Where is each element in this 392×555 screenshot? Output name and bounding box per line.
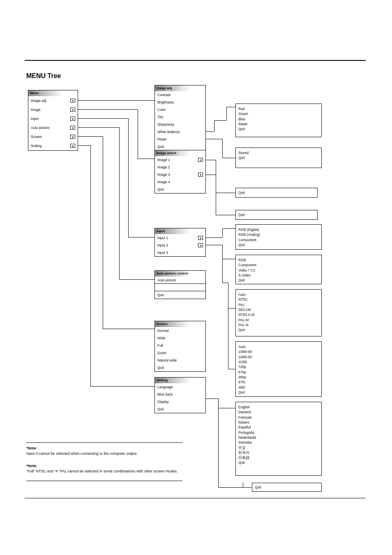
list-item[interactable]: Auto [238, 292, 319, 297]
list-item[interactable]: Blue [238, 117, 319, 122]
arrow-icon [70, 144, 75, 148]
list-item[interactable]: Quit [238, 278, 319, 283]
list-item[interactable]: Auto [238, 344, 319, 349]
menu-item[interactable]: Input 1 [157, 236, 168, 240]
list-item[interactable]: Italiano [238, 420, 319, 425]
menu-item[interactable]: Natural wide [157, 358, 177, 362]
list-item[interactable]: Stored [238, 150, 319, 155]
menu-item[interactable]: Tint [157, 115, 163, 119]
menu-item[interactable]: Image 2 [157, 165, 170, 169]
list-item[interactable]: Quit [238, 460, 319, 465]
list-item[interactable]: RGB [238, 258, 319, 263]
menu-item[interactable]: Contrast [157, 93, 171, 97]
list-item[interactable]: Quit [238, 127, 319, 131]
menu-item[interactable]: Auto picture [157, 278, 176, 282]
list-item[interactable]: 한국어 [238, 450, 319, 455]
list-item[interactable]: S-Video [238, 273, 319, 278]
list-item[interactable]: Red [238, 106, 319, 111]
arrow-icon [70, 99, 75, 103]
quit-label[interactable]: Quit [238, 190, 245, 195]
list-item[interactable]: SECAM [238, 307, 319, 312]
ntsc-box: Auto NTSC PAL SECAM NTSC4.43 PAL-M PAL-N… [235, 289, 322, 336]
menu-item[interactable]: Language [157, 385, 173, 389]
comp-box: Auto 1080i-60 1080i-50 1035i 720p 575p 4… [235, 341, 322, 397]
list-item[interactable]: 中文 [238, 445, 319, 450]
list-item[interactable]: Nederlands [238, 435, 319, 440]
menu-item[interactable]: Full [157, 343, 163, 348]
menu-item[interactable]: Wide [157, 336, 165, 340]
menu-item[interactable]: Setting [31, 144, 42, 148]
quit-out-1: Quit [235, 188, 318, 198]
menu-item[interactable]: Auto picture [31, 126, 49, 130]
menu-item[interactable]: Sharpness [157, 122, 174, 127]
list-item[interactable]: 1080i-60 [238, 349, 319, 354]
menu-item[interactable]: Color [157, 108, 166, 112]
menu-item[interactable]: Image 3 [157, 173, 170, 177]
menu-item[interactable]: Image 4 [157, 180, 170, 184]
list-item[interactable]: Quit [238, 242, 319, 247]
menu-item[interactable]: Input 3 [157, 251, 168, 255]
list-item[interactable]: Português [238, 430, 319, 435]
menu-item[interactable]: Input 2 [157, 243, 168, 247]
menu-item[interactable]: Quit [157, 293, 164, 297]
list-item[interactable]: NTSC4.43 [238, 312, 319, 317]
list-item[interactable]: Quit [238, 327, 319, 332]
quit-label[interactable]: Quit [238, 212, 245, 217]
list-item[interactable]: 720p [238, 364, 319, 369]
menu-item[interactable]: Blue back [157, 392, 173, 396]
menu-item[interactable]: Reset [157, 137, 166, 141]
list-item[interactable]: 575p [238, 370, 319, 375]
page-title: MENU Tree [26, 72, 61, 80]
menu-item[interactable]: Input [31, 117, 39, 121]
menu-item[interactable]: Image [31, 108, 41, 112]
menu-item[interactable]: Quit [157, 407, 164, 411]
list-item[interactable]: Quit [238, 155, 319, 160]
list-item[interactable]: NTSC [238, 297, 319, 302]
input-opt1: RGB (Digital) RGB (Analog) Component Qui… [235, 224, 322, 250]
menu-item[interactable]: Quit [157, 187, 164, 191]
list-item[interactable]: Video / Y,C [238, 268, 319, 273]
list-item[interactable]: RGB (Analog) [238, 232, 319, 237]
menu-item[interactable]: Normal [157, 329, 168, 333]
list-item[interactable]: 480i [238, 385, 319, 390]
list-item[interactable]: 480p [238, 375, 319, 380]
list-item[interactable]: 1035i [238, 359, 319, 364]
list-item[interactable]: Français [238, 415, 319, 420]
list-item[interactable]: Green [238, 111, 319, 116]
list-item[interactable]: Reset [238, 122, 319, 127]
list-item[interactable]: PAL-N [238, 322, 319, 327]
list-item[interactable]: Quit [238, 390, 319, 395]
list-item[interactable]: 日本語 [238, 455, 319, 460]
list-item[interactable]: 575i [238, 380, 319, 385]
menu-item[interactable]: White Balance [157, 130, 180, 134]
list-item[interactable]: Svenska [238, 440, 319, 445]
menu-item[interactable]: Display [157, 400, 169, 404]
arrow-icon [198, 173, 203, 177]
menu-item[interactable]: Quit [157, 145, 164, 149]
menu-item[interactable]: Brightness [157, 100, 174, 104]
menu-item[interactable]: Image 1 [157, 158, 170, 162]
list-item[interactable]: RGB (Digital) [238, 227, 319, 232]
quit-label[interactable]: Quit [255, 485, 261, 490]
image-adj-header: Image adj. [155, 85, 205, 91]
root-menu-header: Menu [28, 90, 78, 96]
list-item[interactable]: PAL-M [238, 318, 319, 322]
menu-item[interactable]: Image adj. [31, 99, 47, 103]
screen-header: Screen [155, 321, 205, 327]
list-item[interactable]: PAL [238, 302, 319, 307]
white-balance-box: Red Green Blue Reset Quit [235, 104, 322, 137]
list-item[interactable]: Deutsch [238, 410, 319, 415]
screen-menu: Screen Normal Wide Full Zoom Natural wid… [154, 321, 206, 372]
list-item[interactable]: Component [238, 237, 319, 242]
arrow-icon [198, 236, 203, 240]
list-item[interactable]: Español [238, 425, 319, 430]
list-item[interactable]: 1080i-50 [238, 355, 319, 359]
menu-item[interactable]: Screen [31, 135, 42, 139]
menu-item[interactable]: Quit [157, 366, 164, 370]
menu-item[interactable]: Zoom [157, 351, 166, 355]
list-item[interactable]: English [238, 405, 319, 410]
setting-header: Setting [155, 378, 205, 383]
list-item[interactable]: Component [238, 263, 319, 267]
quit-box: Quit [252, 483, 322, 492]
arrow-icon [70, 117, 75, 121]
